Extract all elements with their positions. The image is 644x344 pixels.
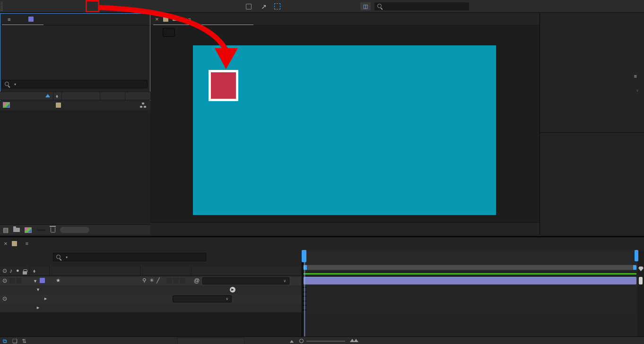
vertical-scrollbar-thumb[interactable] xyxy=(639,277,643,284)
property-expander-icon[interactable]: ► xyxy=(36,305,40,310)
timeline-panel-menu-icon[interactable]: ≡ xyxy=(26,241,28,246)
solo-cell[interactable] xyxy=(16,278,22,284)
snap-direction-icon[interactable]: ↗ xyxy=(261,3,267,10)
group-expander-icon[interactable]: ▼ xyxy=(36,287,40,292)
align-panel-menu-icon[interactable]: ≡ xyxy=(634,73,637,79)
timeline-zoom-track[interactable] xyxy=(306,341,345,342)
contents-group-row[interactable]: ▼ ▶ xyxy=(0,285,302,294)
right-sidebar: ≡ ∨ xyxy=(540,13,644,235)
comp-tab-label-chip xyxy=(163,17,168,22)
audio-cell[interactable] xyxy=(9,278,15,284)
project-panel-menu-icon[interactable]: ≡ xyxy=(8,17,10,22)
chevron-down-icon: ∨ xyxy=(636,88,639,93)
timeline-zoom-knob[interactable] xyxy=(299,339,304,343)
comp-marker-bin-icon[interactable] xyxy=(638,267,644,271)
lock-column-icon[interactable] xyxy=(23,271,27,275)
audio-column-speaker-icon[interactable]: ♪ xyxy=(9,268,12,274)
project-panel-tabs: ≡ xyxy=(0,13,150,26)
project-list-empty-area[interactable] xyxy=(0,110,150,224)
current-time-indicator-head[interactable] xyxy=(302,250,306,262)
close-tab-icon[interactable]: × xyxy=(4,240,8,247)
quality-slash-icon[interactable]: ╱ xyxy=(157,278,160,283)
cached-frames-indicator xyxy=(304,273,636,275)
comp-status-bar xyxy=(150,222,540,235)
time-ruler[interactable] xyxy=(303,250,637,265)
toolbar-grip[interactable] xyxy=(0,2,3,11)
work-area-bar[interactable] xyxy=(304,265,636,270)
tutorial-highlight-box xyxy=(86,0,99,12)
new-folder-icon[interactable] xyxy=(13,228,20,232)
composition-panel: × ≡ xyxy=(150,13,540,235)
layer-duration-bar[interactable] xyxy=(304,277,636,284)
layer-label-chip[interactable] xyxy=(40,278,45,283)
zoom-out-mountain-icon[interactable] xyxy=(290,340,294,343)
composition-viewer[interactable] xyxy=(193,45,496,215)
red-square-shape-layer[interactable] xyxy=(209,70,238,101)
zoom-in-mountain-icon[interactable] xyxy=(354,339,358,342)
project-panel: ≡ ▾ ⬧ ▤ xyxy=(0,13,150,235)
solo-column-icon[interactable]: ● xyxy=(16,268,19,273)
timeline-tab-label-chip xyxy=(12,241,17,246)
transform-row[interactable]: ► xyxy=(0,303,302,312)
timeline-footer: ⧉ ❏ ⇅ xyxy=(0,336,644,344)
search-options-caret-icon[interactable]: ▾ xyxy=(14,82,16,86)
composition-thumbnail-icon xyxy=(3,102,10,108)
quality-switch-icon[interactable]: ⚲ xyxy=(142,278,146,283)
active-tab-underline xyxy=(2,25,44,25)
trash-icon[interactable] xyxy=(51,227,55,232)
align-panel: ≡ ∨ xyxy=(540,69,644,133)
close-tab-icon[interactable]: × xyxy=(155,16,159,23)
layer-visibility-eye-icon[interactable]: ⊙ xyxy=(2,278,7,284)
work-area-row xyxy=(303,265,637,270)
parent-pick-whip-icon[interactable]: @ xyxy=(194,278,200,284)
lock-icon[interactable] xyxy=(173,17,177,21)
parent-dropdown[interactable]: ∨ xyxy=(202,277,289,284)
sort-ascending-icon[interactable] xyxy=(45,94,50,97)
work-area-end-handle[interactable] xyxy=(633,265,636,270)
label-column-tag-icon[interactable]: ⬧ xyxy=(33,268,35,274)
chevron-down-icon: ∨ xyxy=(226,297,228,301)
rectangle-row[interactable]: ⊙ ► ∨ xyxy=(0,294,302,303)
current-time-indicator-line xyxy=(305,262,305,337)
snap-checkbox[interactable] xyxy=(246,4,252,9)
interpret-footage-icon[interactable]: ▤ xyxy=(3,227,9,233)
panel-divider[interactable] xyxy=(302,250,303,336)
switch-mode-button[interactable] xyxy=(177,337,244,344)
project-item-row[interactable] xyxy=(0,101,150,110)
video-column-eye-icon[interactable]: ⊙ xyxy=(2,268,7,274)
progress-pill xyxy=(60,227,89,233)
layer-expander-icon[interactable]: ▼ xyxy=(33,279,37,284)
search-options-caret-icon[interactable]: ▾ xyxy=(66,255,68,259)
transfer-controls-icon[interactable]: ❏ xyxy=(12,338,17,344)
item-label-chip[interactable] xyxy=(56,103,61,108)
search-icon xyxy=(377,4,383,9)
layer-track[interactable] xyxy=(303,276,637,285)
layer-row[interactable]: ⊙ ▼ ★ ⚲ ✳ ╱ @ ∨ xyxy=(0,276,302,285)
comp-end-marker xyxy=(635,250,638,261)
collapse-switch-icon[interactable]: ✳ xyxy=(149,278,154,283)
timeline-tab[interactable]: × ≡ xyxy=(4,239,28,248)
project-column-headers: ⬧ xyxy=(0,92,150,100)
project-search-field[interactable]: ▾ xyxy=(2,80,148,88)
property-eye-icon[interactable]: ⊙ xyxy=(2,296,7,301)
color-depth-button[interactable] xyxy=(36,229,46,231)
add-shape-icon[interactable]: ▶ xyxy=(230,287,235,292)
layer-list-empty-area[interactable] xyxy=(0,312,302,336)
new-composition-icon[interactable] xyxy=(25,227,32,233)
expand-layer-switches-icon[interactable]: ⧉ xyxy=(3,338,7,344)
workspace-switcher-icon[interactable]: ◫ xyxy=(360,2,371,10)
rectangle-track xyxy=(303,294,637,303)
timeline-search-field[interactable]: ▾ xyxy=(53,253,206,261)
blend-mode-dropdown[interactable]: ∨ xyxy=(173,295,232,302)
comp-breadcrumb-button[interactable] xyxy=(163,28,175,37)
mask-expansion-icon[interactable] xyxy=(274,3,280,9)
label-column-tag-icon[interactable]: ⬧ xyxy=(56,93,58,99)
in-out-panes-icon[interactable]: ⇅ xyxy=(22,338,26,344)
track-empty-area[interactable] xyxy=(303,312,637,336)
switch-cell[interactable] xyxy=(180,278,185,284)
property-expander-icon[interactable]: ► xyxy=(44,296,48,301)
switch-cell[interactable] xyxy=(166,278,172,284)
comp-panel-menu-icon[interactable]: ≡ xyxy=(188,17,191,22)
switch-cell[interactable] xyxy=(173,278,179,284)
help-search-field[interactable] xyxy=(374,2,469,10)
